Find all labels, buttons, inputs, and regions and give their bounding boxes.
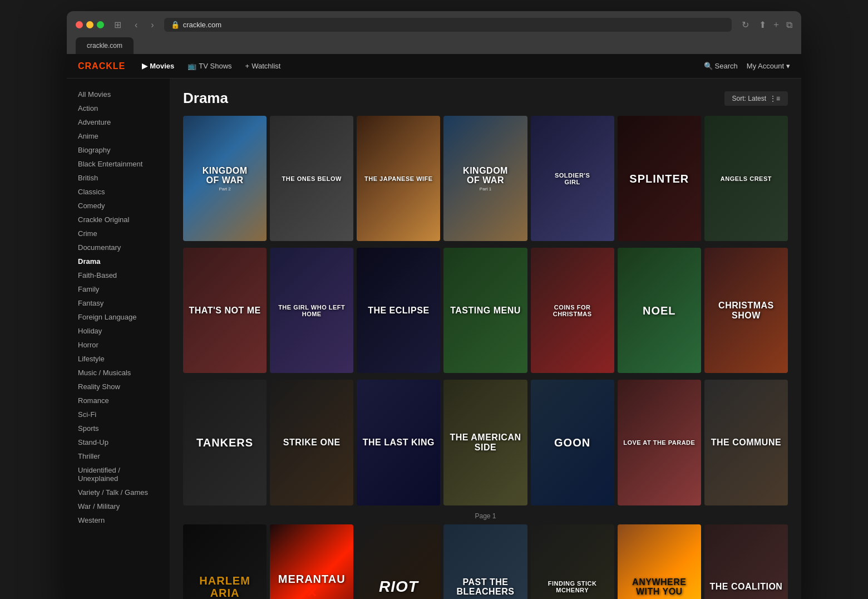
search-button[interactable]: 🔍 Search bbox=[704, 62, 738, 70]
sidebar-item-variety[interactable]: Variety / Talk / Games bbox=[67, 485, 170, 499]
main-layout: All Movies Action Adventure Anime Biogra… bbox=[67, 78, 801, 599]
movie-card-splinter[interactable]: SPLINTER bbox=[618, 116, 701, 241]
maximize-button[interactable] bbox=[97, 21, 104, 28]
sidebar-item-all-movies[interactable]: All Movies bbox=[67, 87, 170, 101]
sidebar-item-british[interactable]: British bbox=[67, 171, 170, 185]
movie-card-commune[interactable]: THE COMMUNE bbox=[704, 380, 788, 505]
movie-card-harlem-aria[interactable]: HARLEM ARIA bbox=[183, 524, 267, 599]
movie-card-ones-below[interactable]: THE ONES BELOW bbox=[270, 116, 353, 241]
sidebar-item-lifestyle[interactable]: Lifestyle bbox=[67, 352, 170, 366]
sidebar-item-sci-fi[interactable]: Sci-Fi bbox=[67, 407, 170, 421]
active-tab[interactable]: crackle.com bbox=[76, 37, 134, 54]
tabs-button[interactable]: ⧉ bbox=[786, 20, 792, 30]
movie-card-thats-not-me[interactable]: THAT'S NOT ME bbox=[183, 248, 267, 373]
sidebar-item-unidentified[interactable]: Unidentified / Unexplained bbox=[67, 463, 170, 485]
movie-card-coins-christmas[interactable]: Coins for Christmas bbox=[531, 248, 614, 373]
movie-card-stick-mchenry[interactable]: Finding Stick McHenry bbox=[531, 524, 614, 599]
sidebar-item-documentary[interactable]: Documentary bbox=[67, 240, 170, 254]
movie-card-strike-one[interactable]: STRIKE ONE bbox=[270, 380, 353, 505]
sidebar-item-crackle-original[interactable]: Crackle Original bbox=[67, 213, 170, 227]
sidebar-item-fantasy[interactable]: Fantasy bbox=[67, 296, 170, 310]
sidebar-item-romance[interactable]: Romance bbox=[67, 394, 170, 407]
movie-card-riot[interactable]: RIOT bbox=[357, 524, 440, 599]
nav-tv-shows[interactable]: 📺 TV Shows bbox=[188, 62, 231, 70]
sidebar-item-family[interactable]: Family bbox=[67, 282, 170, 296]
browser-controls: ⊞ ‹ › 🔒 crackle.com ↻ ⬆ ＋ ⧉ bbox=[76, 18, 792, 32]
sidebar-item-foreign-language[interactable]: Foreign Language bbox=[67, 310, 170, 324]
sidebar-item-western[interactable]: Western bbox=[67, 513, 170, 527]
sidebar-item-horror[interactable]: Horror bbox=[67, 338, 170, 352]
sidebar-toggle-button[interactable]: ⊞ bbox=[111, 18, 125, 31]
close-button[interactable] bbox=[76, 21, 83, 28]
movie-card-anywhere-with-you[interactable]: Anywhere with You bbox=[618, 524, 701, 599]
movie-card-tasting-menu[interactable]: TASTING MENU bbox=[443, 248, 527, 373]
movie-card-angels-crest[interactable]: ANGELS CREST bbox=[704, 116, 788, 241]
sidebar-item-reality-show[interactable]: Reality Show bbox=[67, 380, 170, 394]
app-content: CRACKLE ▶ Movies 📺 TV Shows + Watchlist … bbox=[67, 54, 801, 599]
security-icon: 🔒 bbox=[171, 21, 180, 29]
sidebar-item-thriller[interactable]: Thriller bbox=[67, 449, 170, 463]
app-header: CRACKLE ▶ Movies 📺 TV Shows + Watchlist … bbox=[67, 54, 801, 78]
tv-label: TV Shows bbox=[199, 62, 231, 70]
sort-label: Sort: Latest bbox=[732, 95, 766, 102]
movie-card-past-the-bleachers[interactable]: Past The Bleachers bbox=[443, 524, 527, 599]
movie-card-goon[interactable]: GOON bbox=[531, 380, 614, 505]
movie-card-last-king[interactable]: THE LAST KING bbox=[357, 380, 440, 505]
minimize-button[interactable] bbox=[86, 21, 93, 28]
share-button[interactable]: ⬆ bbox=[759, 19, 766, 30]
crackle-logo: CRACKLE bbox=[78, 61, 125, 71]
movie-card-girl-left-home[interactable]: The Girl Who Left Home bbox=[270, 248, 353, 373]
section-title: Drama bbox=[183, 90, 228, 107]
sidebar-item-action[interactable]: Action bbox=[67, 101, 170, 115]
sidebar-item-holiday[interactable]: Holiday bbox=[67, 324, 170, 338]
sort-icon: ⋮≡ bbox=[770, 95, 780, 102]
sidebar-item-biography[interactable]: Biography bbox=[67, 143, 170, 157]
sidebar-item-faith-based[interactable]: Faith-Based bbox=[67, 268, 170, 282]
movie-card-american-side[interactable]: THE AMERICAN SIDE bbox=[443, 380, 527, 505]
url-display: crackle.com bbox=[183, 21, 221, 29]
my-account-button[interactable]: My Account ▾ bbox=[747, 62, 790, 70]
sort-button[interactable]: Sort: Latest ⋮≡ bbox=[724, 91, 788, 106]
movie-card-kingdom-war-2[interactable]: KINGDOMOF WAR Part 2 bbox=[183, 116, 267, 241]
sidebar: All Movies Action Adventure Anime Biogra… bbox=[67, 78, 170, 599]
sidebar-item-sports[interactable]: Sports bbox=[67, 421, 170, 435]
page-indicator: Page 1 bbox=[183, 512, 788, 520]
sidebar-item-stand-up[interactable]: Stand-Up bbox=[67, 435, 170, 449]
new-tab-button[interactable]: ＋ bbox=[772, 19, 781, 31]
movie-card-japanese-wife[interactable]: THE JAPANESE WIFE bbox=[357, 116, 440, 241]
forward-button[interactable]: › bbox=[147, 19, 157, 31]
search-label: Search bbox=[715, 62, 738, 70]
sidebar-item-comedy[interactable]: Comedy bbox=[67, 199, 170, 213]
sidebar-item-black-entertainment[interactable]: Black Entertainment bbox=[67, 157, 170, 171]
sidebar-item-drama[interactable]: Drama bbox=[67, 254, 170, 268]
sidebar-item-adventure[interactable]: Adventure bbox=[67, 115, 170, 129]
movie-grid-row2: THAT'S NOT ME The Girl Who Left Home The… bbox=[183, 248, 788, 373]
movie-card-noel[interactable]: NOEL bbox=[618, 248, 701, 373]
movie-card-love-parade[interactable]: Love at the Parade bbox=[618, 380, 701, 505]
sidebar-item-classics[interactable]: Classics bbox=[67, 185, 170, 199]
movie-grid-row4: HARLEM ARIA MERANTAU ✕ RIOT bbox=[183, 524, 788, 599]
browser-tabs: crackle.com bbox=[76, 37, 792, 54]
movie-card-kingdom-war-1[interactable]: KINGDOMOF WAR Part 1 bbox=[443, 116, 527, 241]
address-bar[interactable]: 🔒 crackle.com bbox=[164, 18, 732, 32]
sidebar-item-music-musicals[interactable]: Music / Musicals bbox=[67, 366, 170, 380]
movie-card-merantau[interactable]: MERANTAU ✕ bbox=[270, 524, 353, 599]
movie-card-christmas-show[interactable]: Christmas Show bbox=[704, 248, 788, 373]
content-area: Drama Sort: Latest ⋮≡ KINGDOMOF WAR Part… bbox=[170, 78, 801, 599]
movie-card-tankers[interactable]: TANKERS bbox=[183, 380, 267, 505]
browser-window: ⊞ ‹ › 🔒 crackle.com ↻ ⬆ ＋ ⧉ crackle.com … bbox=[67, 11, 801, 599]
nav-movies[interactable]: ▶ Movies bbox=[142, 62, 174, 70]
sidebar-item-war-military[interactable]: War / Military bbox=[67, 499, 170, 513]
nav-watchlist[interactable]: + Watchlist bbox=[245, 62, 281, 70]
sidebar-item-anime[interactable]: Anime bbox=[67, 129, 170, 143]
back-button[interactable]: ‹ bbox=[131, 19, 141, 31]
reload-button[interactable]: ↻ bbox=[738, 18, 752, 31]
movie-card-coalition[interactable]: The COALITION bbox=[704, 524, 788, 599]
search-icon: 🔍 bbox=[704, 62, 713, 70]
movie-card-soldiers-girl[interactable]: Soldier'sGirl bbox=[531, 116, 614, 241]
browser-chrome: ⊞ ‹ › 🔒 crackle.com ↻ ⬆ ＋ ⧉ crackle.com bbox=[67, 11, 801, 54]
main-nav: ▶ Movies 📺 TV Shows + Watchlist bbox=[142, 62, 280, 70]
sidebar-item-crime[interactable]: Crime bbox=[67, 227, 170, 240]
browser-actions: ⬆ ＋ ⧉ bbox=[759, 19, 792, 31]
movie-card-eclipse[interactable]: The Eclipse bbox=[357, 248, 440, 373]
